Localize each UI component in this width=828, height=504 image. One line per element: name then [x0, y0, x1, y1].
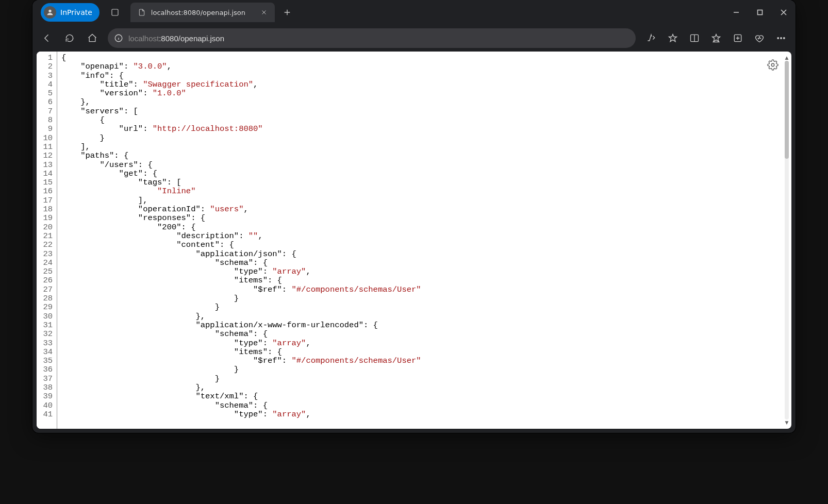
code-line: "title": "Swagger specification",	[61, 80, 421, 89]
code-line: "get": {	[61, 170, 421, 178]
json-viewer[interactable]: 1234567891011121314151617181920212223242…	[37, 52, 791, 429]
line-number: 17	[37, 196, 53, 205]
code-line: "/users": {	[61, 161, 421, 170]
url-text: localhost:8080/openapi.json	[128, 34, 224, 43]
code-line: "version": "1.0.0"	[61, 89, 421, 98]
browser-tab[interactable]: localhost:8080/openapi.json	[130, 3, 275, 22]
svg-rect-1	[112, 9, 118, 15]
favorite-button[interactable]	[663, 28, 683, 48]
line-number: 40	[37, 401, 53, 410]
line-number-gutter: 1234567891011121314151617181920212223242…	[37, 52, 57, 429]
site-info-icon[interactable]	[114, 33, 123, 43]
line-number: 11	[37, 143, 53, 152]
line-number: 31	[37, 321, 53, 330]
toolbar: localhost:8080/openapi.json	[32, 25, 796, 52]
code-line: }	[61, 134, 421, 143]
line-number: 6	[37, 98, 53, 107]
inprivate-label: InPrivate	[60, 8, 92, 16]
line-number: 25	[37, 267, 53, 276]
line-number: 19	[37, 214, 53, 223]
maximize-button[interactable]	[748, 0, 772, 25]
line-number: 39	[37, 392, 53, 401]
line-number: 5	[37, 89, 53, 98]
line-number: 34	[37, 348, 53, 357]
scroll-up-arrow-icon[interactable]: ▲	[783, 55, 790, 61]
browser-window: InPrivate localhost:8080/openapi.json	[32, 0, 796, 433]
code-line: {	[61, 54, 421, 62]
code-line: "operationId": "users",	[61, 205, 421, 214]
page-icon	[138, 8, 146, 16]
code-line: "openapi": "3.0.0",	[61, 62, 421, 71]
home-button[interactable]	[82, 28, 103, 48]
line-number: 13	[37, 161, 53, 170]
code-line: "responses": {	[61, 214, 421, 223]
code-line: "content": {	[61, 241, 421, 249]
code-line: }	[61, 294, 421, 303]
line-number: 29	[37, 303, 53, 312]
url-path: :8080/openapi.json	[159, 34, 224, 43]
code-line: "schema": {	[61, 401, 421, 410]
minimize-button[interactable]	[724, 0, 748, 25]
code-line: "type": "array",	[61, 410, 421, 419]
code-line: ],	[61, 196, 421, 205]
line-number: 26	[37, 276, 53, 285]
new-tab-button[interactable]	[279, 4, 295, 21]
code-line: "schema": {	[61, 259, 421, 267]
split-screen-button[interactable]	[684, 28, 705, 48]
line-number: 28	[37, 294, 53, 303]
scrollbar-thumb[interactable]	[785, 61, 789, 159]
profile-avatar-icon	[44, 6, 56, 19]
line-number: 14	[37, 170, 53, 178]
line-number: 12	[37, 152, 53, 160]
code-line: "schema": {	[61, 330, 421, 339]
line-number: 1	[37, 54, 53, 62]
svg-rect-2	[758, 10, 763, 15]
back-button[interactable]	[37, 28, 57, 48]
tab-close-button[interactable]	[258, 7, 270, 18]
svg-point-0	[48, 10, 51, 12]
vertical-scrollbar[interactable]: ▲ ▼	[783, 55, 790, 426]
code-line: "items": {	[61, 348, 421, 357]
code-line: "$ref": "#/components/schemas/User"	[61, 285, 421, 294]
line-number: 24	[37, 259, 53, 267]
json-viewer-settings-button[interactable]	[766, 58, 780, 72]
line-number: 10	[37, 134, 53, 143]
read-aloud-button[interactable]	[641, 28, 661, 48]
code-line: "url": "http://localhost:8080"	[61, 125, 421, 133]
collections-button[interactable]	[727, 28, 748, 48]
code-line: "description": "",	[61, 232, 421, 241]
line-number: 20	[37, 223, 53, 232]
line-number: 38	[37, 383, 53, 392]
titlebar: InPrivate localhost:8080/openapi.json	[32, 0, 796, 25]
line-number: 15	[37, 178, 53, 187]
line-number: 23	[37, 250, 53, 259]
page-content: 1234567891011121314151617181920212223242…	[37, 52, 791, 429]
line-number: 27	[37, 285, 53, 294]
code-line: },	[61, 312, 421, 321]
settings-menu-button[interactable]	[771, 28, 791, 48]
code-line: }	[61, 303, 421, 312]
code-line: "paths": {	[61, 152, 421, 160]
line-number: 16	[37, 187, 53, 196]
refresh-button[interactable]	[59, 28, 80, 48]
line-number: 41	[37, 410, 53, 419]
line-number: 21	[37, 232, 53, 241]
favorites-list-button[interactable]	[706, 28, 726, 48]
inprivate-badge[interactable]: InPrivate	[41, 3, 100, 22]
code-line: "application/x-www-form-urlencoded": {	[61, 321, 421, 330]
line-number: 8	[37, 116, 53, 125]
code-line: "Inline"	[61, 187, 421, 196]
code-line: "application/json": {	[61, 250, 421, 259]
code-line: },	[61, 98, 421, 107]
performance-button[interactable]	[749, 28, 770, 48]
close-window-button[interactable]	[772, 0, 796, 25]
line-number: 32	[37, 330, 53, 339]
line-number: 22	[37, 241, 53, 249]
scroll-down-arrow-icon[interactable]: ▼	[783, 419, 790, 426]
code-line: "type": "array",	[61, 267, 421, 276]
address-bar[interactable]: localhost:8080/openapi.json	[108, 28, 636, 48]
svg-point-13	[771, 63, 774, 66]
tab-actions-button[interactable]	[106, 3, 124, 22]
line-number: 30	[37, 312, 53, 321]
code-line: }	[61, 375, 421, 383]
